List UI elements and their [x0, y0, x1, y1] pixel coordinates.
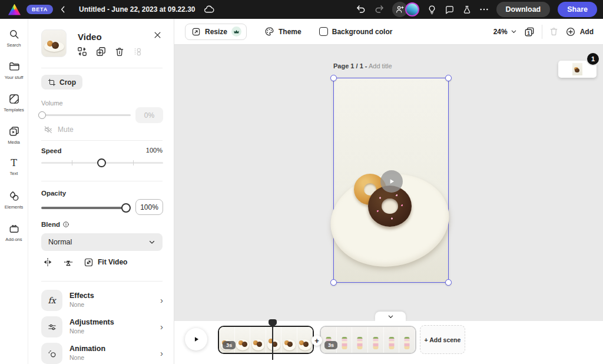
- search-icon: [8, 28, 20, 40]
- flip-horizontal-icon[interactable]: [42, 257, 53, 267]
- timeline-play-button[interactable]: [185, 328, 207, 350]
- info-icon[interactable]: [62, 221, 69, 228]
- blend-mode-dropdown[interactable]: Normal: [41, 233, 163, 251]
- mute-toggle[interactable]: Mute: [44, 125, 74, 134]
- resize-icon: [191, 27, 201, 37]
- sidebar-item-text[interactable]: T Text: [0, 158, 28, 190]
- user-avatar[interactable]: [405, 2, 419, 16]
- beta-badge: BETA: [26, 5, 53, 14]
- left-sidebar: Search Your stuff Templates Media T Text…: [0, 19, 28, 364]
- delete-page-icon-disabled: [549, 27, 559, 37]
- collapse-timeline-button[interactable]: [375, 312, 406, 321]
- sidebar-item-elements[interactable]: Elements: [0, 190, 28, 223]
- adjustments-row[interactable]: Adjustments None ›: [41, 316, 165, 340]
- media-icon: [8, 125, 20, 137]
- panel-title: Video: [78, 32, 102, 42]
- chevron-down-icon: [148, 239, 155, 246]
- delete-icon[interactable]: [114, 47, 125, 57]
- timeline-strip: 3s + 3s + Add scene: [174, 321, 603, 364]
- insert-scene-between-button[interactable]: +: [312, 335, 322, 346]
- theme-palette-icon: [264, 27, 274, 37]
- add-scene-button[interactable]: + Add scene: [420, 325, 465, 354]
- animation-icon: [47, 349, 57, 359]
- sidebar-item-add-ons[interactable]: Add-ons: [0, 223, 28, 255]
- crop-button[interactable]: Crop: [41, 75, 82, 90]
- top-bar: BETA Untitled - June 22, 2023 at 09.22.3…: [0, 0, 603, 19]
- document-toolbar: Resize Theme Background color 24% 1 A: [174, 19, 603, 45]
- beaker-icon[interactable]: [462, 5, 472, 15]
- timeline-clip-1-selected[interactable]: 3s: [218, 326, 314, 354]
- text-icon: T: [11, 158, 17, 168]
- theme-button[interactable]: Theme: [264, 27, 302, 37]
- volume-slider[interactable]: [41, 114, 131, 116]
- fit-video-icon: [84, 257, 94, 267]
- pages-view-icon[interactable]: 1: [524, 26, 535, 38]
- page-label[interactable]: Page 1 / 1 - Add title: [333, 62, 392, 70]
- selected-video-thumbnail[interactable]: [41, 29, 67, 57]
- speed-slider-handle[interactable]: [97, 158, 106, 167]
- timeline-clip-2[interactable]: 3s: [320, 326, 416, 354]
- chevron-right-icon: ›: [160, 322, 163, 332]
- undo-icon[interactable]: [356, 4, 366, 15]
- selection-handle-bottom-right[interactable]: [445, 279, 452, 286]
- chevron-down-icon: [511, 28, 517, 35]
- share-button[interactable]: Share: [558, 2, 597, 17]
- volume-value: 0%: [135, 107, 163, 123]
- sidebar-item-templates[interactable]: Templates: [0, 93, 28, 125]
- replace-video-icon[interactable]: [77, 46, 88, 57]
- adjustments-icon: [47, 322, 57, 332]
- effects-icon: fx: [48, 296, 55, 305]
- canvas-area[interactable]: Page 1 / 1 - Add title 1: [174, 45, 603, 321]
- chevron-right-icon: ›: [160, 295, 163, 305]
- clip-duration-badge: 3s: [324, 341, 337, 349]
- addons-icon: [8, 223, 20, 234]
- opacity-slider-handle[interactable]: [121, 203, 131, 213]
- clip-duration-badge: 3s: [223, 341, 236, 349]
- close-panel-icon[interactable]: [153, 31, 162, 39]
- fit-video-button[interactable]: Fit Video: [84, 257, 127, 267]
- download-button[interactable]: Download: [496, 2, 551, 17]
- effects-row[interactable]: fx Effects None ›: [41, 290, 165, 313]
- sidebar-item-media[interactable]: Media: [0, 125, 28, 158]
- background-color-button[interactable]: Background color: [319, 27, 393, 36]
- animation-row[interactable]: Animation None ›: [41, 343, 165, 364]
- elements-icon: [8, 190, 20, 202]
- folder-icon: [8, 61, 20, 72]
- merge-icon-disabled: [132, 47, 143, 57]
- plus-circle-icon: [565, 27, 576, 37]
- add-page-button[interactable]: Add: [565, 27, 594, 37]
- more-options-icon[interactable]: [479, 8, 489, 11]
- speed-value: 100%: [146, 147, 163, 154]
- timeline-playhead[interactable]: [269, 319, 277, 360]
- back-chevron-icon[interactable]: [59, 5, 67, 14]
- resize-button[interactable]: Resize: [185, 24, 247, 40]
- templates-icon: [8, 93, 20, 105]
- opacity-slider[interactable]: [41, 207, 131, 209]
- comment-icon[interactable]: [445, 5, 455, 15]
- document-title[interactable]: Untitled - June 22, 2023 at 09.22.30: [79, 5, 195, 14]
- opacity-value: 100%: [135, 199, 163, 215]
- sidebar-item-search[interactable]: Search: [0, 28, 28, 61]
- duplicate-icon[interactable]: [95, 46, 107, 57]
- redo-icon[interactable]: [374, 4, 385, 15]
- selection-handle-bottom-left[interactable]: [330, 279, 337, 286]
- sidebar-item-your-stuff[interactable]: Your stuff: [0, 61, 28, 93]
- speed-label: Speed: [41, 147, 62, 154]
- background-color-swatch: [319, 27, 328, 36]
- volume-slider-handle[interactable]: [38, 111, 46, 119]
- zoom-level-dropdown[interactable]: 24%: [493, 28, 517, 36]
- premium-crown-icon: [231, 27, 241, 37]
- video-play-overlay-button[interactable]: [380, 170, 403, 193]
- cloud-sync-icon: [203, 5, 215, 14]
- video-properties-panel: Video Crop Volume 0% Mute Speed 100%: [28, 19, 174, 364]
- page-video-frame[interactable]: [333, 78, 449, 283]
- adobe-express-logo-icon[interactable]: [8, 4, 21, 15]
- chevron-right-icon: ›: [160, 348, 163, 358]
- page-count-badge: 1: [586, 52, 600, 66]
- lightbulb-icon[interactable]: [427, 5, 437, 15]
- selection-handle-top-left[interactable]: [330, 75, 337, 81]
- selection-handle-top-right[interactable]: [445, 75, 452, 81]
- flip-vertical-icon[interactable]: [63, 257, 74, 267]
- opacity-label: Opacity: [41, 190, 66, 197]
- blend-label: Blend: [41, 221, 60, 228]
